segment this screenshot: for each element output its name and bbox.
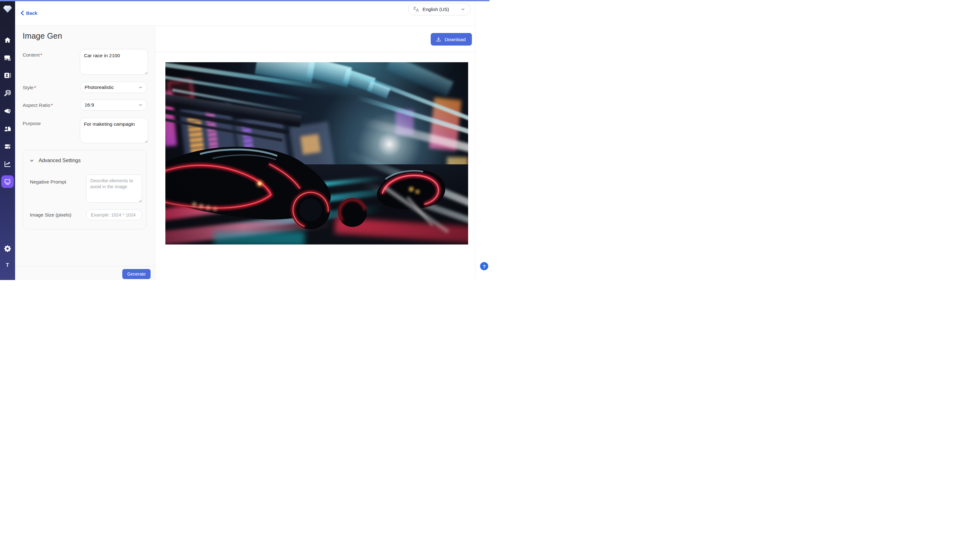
content-label: Content* [23,52,42,58]
required-mark: * [51,102,53,108]
sidebar-item-image-gen[interactable] [1,175,14,188]
download-icon [436,37,441,42]
panel-divider [15,266,155,266]
back-label: Back [26,10,37,16]
download-label: Download [445,37,465,42]
advanced-settings-toggle[interactable]: Advanced Settings [29,158,80,163]
database-tools-icon[interactable] [4,89,11,97]
chevron-down-icon [29,158,34,163]
chevron-down-icon [138,103,143,107]
page-title: Image Gen [23,32,62,40]
top-accent-strip [0,0,489,1]
image-gen-icon [4,178,11,185]
user-avatar-initial[interactable]: T [6,262,9,268]
contact-card-icon[interactable] [4,72,11,79]
header: Back English (US) [15,1,475,26]
sidebar: T [0,1,15,280]
image-size-input[interactable] [86,209,142,220]
generated-image [165,62,468,245]
settings-gear-icon[interactable] [4,245,11,252]
advanced-settings-title: Advanced Settings [39,158,80,163]
back-link[interactable]: Back [20,10,37,16]
style-select[interactable]: Photorealistic [80,82,147,93]
user-document-icon[interactable] [4,125,11,133]
aspect-ratio-select-value: 16:9 [85,102,94,108]
line-chart-icon[interactable] [4,160,11,168]
required-mark: * [34,85,36,90]
help-button[interactable]: ? [480,262,488,270]
advanced-settings-box: Advanced Settings Negative Prompt Image … [23,150,147,229]
aspect-ratio-select[interactable]: 16:9 [80,99,147,111]
style-select-value: Photorealistic [85,85,114,90]
generate-button[interactable]: Generate [122,269,150,279]
app-frame-edge [475,1,475,280]
gem-logo[interactable] [3,5,12,13]
language-selector[interactable]: English (US) [408,3,470,15]
language-label: English (US) [422,7,457,12]
stacked-cards-icon[interactable] [4,143,11,150]
result-divider [155,52,475,52]
content-textarea[interactable]: Car race in 2100 [80,49,148,75]
purpose-textarea[interactable]: For maketing campagin [80,118,148,143]
translate-icon [413,6,419,13]
negative-prompt-label: Negative Prompt [30,179,66,185]
chevron-down-icon [138,85,143,90]
home-icon[interactable] [4,37,11,44]
image-gen-form-panel: Image Gen Content* Car race in 2100 Styl… [15,26,155,280]
megaphone-icon[interactable] [4,107,11,115]
result-area: Download [155,26,475,280]
aspect-ratio-label: Aspect Ratio* [23,102,53,108]
negative-prompt-textarea[interactable] [86,174,142,203]
download-button[interactable]: Download [431,33,472,45]
image-size-label: Image Size (pixels) [30,212,72,218]
purpose-label: Purpose [23,121,41,126]
required-mark: * [40,52,42,58]
chevron-left-icon [20,11,24,15]
style-label: Style* [23,85,36,90]
chevron-down-icon [460,7,465,12]
device-settings-icon[interactable] [4,54,11,62]
